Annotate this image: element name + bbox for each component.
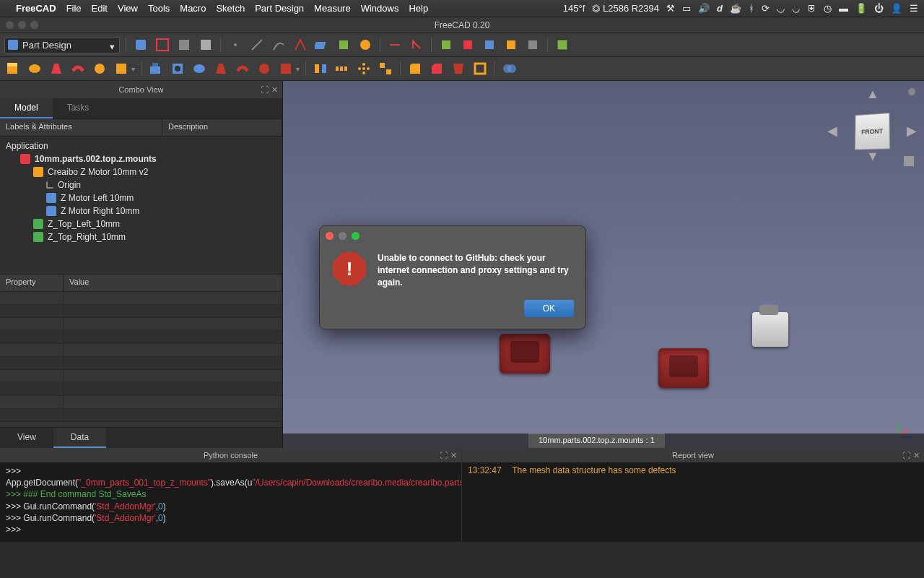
polar-pattern-icon[interactable] bbox=[355, 60, 372, 77]
datum-icon[interactable] bbox=[292, 36, 309, 53]
menu-help[interactable]: Help bbox=[409, 3, 428, 14]
navcube-mini-icon[interactable] bbox=[904, 156, 914, 166]
dropdown-arrow2-icon[interactable]: ▾ bbox=[296, 65, 300, 73]
body-icon[interactable] bbox=[132, 36, 149, 53]
groove-icon[interactable] bbox=[191, 60, 208, 77]
wifi-icon[interactable]: ◡ bbox=[777, 3, 785, 14]
toggle-icon[interactable]: ⏻ bbox=[874, 3, 884, 14]
thickness-icon[interactable] bbox=[471, 60, 489, 77]
tree-item-ztopright[interactable]: Z_Top_Right_10mm bbox=[0, 230, 282, 243]
report-view-body[interactable]: 13:32:47 The mesh data structure has som… bbox=[462, 462, 924, 542]
toggle3d-icon[interactable] bbox=[459, 36, 476, 53]
d-icon[interactable]: d bbox=[717, 3, 723, 14]
expand-icon[interactable]: ⛶ bbox=[902, 451, 910, 460]
fillet-icon[interactable] bbox=[406, 60, 424, 77]
prop-header-property[interactable]: Property bbox=[0, 275, 64, 292]
navcube-down-icon[interactable]: ▼ bbox=[866, 149, 879, 164]
subhelix-icon[interactable] bbox=[256, 60, 273, 77]
menu-macro[interactable]: Macro bbox=[180, 3, 206, 14]
editsketch-icon[interactable] bbox=[175, 36, 193, 53]
chamfer-icon[interactable] bbox=[428, 60, 445, 77]
workbench-selector[interactable]: Part Design ▾ bbox=[4, 37, 120, 53]
tab-view[interactable]: View bbox=[0, 428, 53, 448]
shield-icon[interactable]: ⛨ bbox=[807, 3, 816, 14]
close-panel-icon[interactable]: ✕ bbox=[913, 451, 920, 460]
minimize-icon[interactable] bbox=[18, 21, 26, 29]
prop-row[interactable] bbox=[0, 344, 282, 357]
close-panel-icon[interactable]: ✕ bbox=[271, 85, 278, 95]
prop-row[interactable] bbox=[0, 331, 282, 344]
dialog-titlebar[interactable] bbox=[320, 226, 585, 245]
navcube-dot-icon[interactable] bbox=[908, 88, 915, 95]
pad-icon[interactable] bbox=[4, 60, 22, 77]
linear-pattern-icon[interactable] bbox=[334, 60, 351, 77]
shapebinder-icon[interactable] bbox=[335, 36, 352, 53]
expand-icon[interactable]: ⛶ bbox=[440, 451, 448, 460]
extra-icon[interactable] bbox=[554, 36, 571, 53]
prop-row[interactable] bbox=[0, 357, 282, 370]
tree-document[interactable]: 10mm.parts.002.top.z.mounts bbox=[0, 152, 282, 165]
status-temp[interactable]: 145°f bbox=[563, 3, 585, 14]
model-tree[interactable]: Application 10mm.parts.002.top.z.mounts … bbox=[0, 137, 282, 274]
sync-icon[interactable]: ⟳ bbox=[762, 3, 770, 14]
navigation-cube[interactable]: ▲ ▼ ◀ ▶ FRONT bbox=[829, 88, 915, 175]
prop-header-value[interactable]: Value bbox=[64, 275, 282, 292]
toggleall-icon[interactable] bbox=[502, 36, 520, 53]
prop-row[interactable] bbox=[0, 292, 282, 305]
clone-icon[interactable] bbox=[357, 36, 374, 53]
ok-button[interactable]: OK bbox=[524, 300, 574, 317]
dialog-close-icon[interactable] bbox=[326, 232, 334, 240]
document-tab[interactable]: 10mm.parts.002.top.z.mounts : 1 bbox=[528, 434, 665, 448]
prop-row[interactable] bbox=[0, 370, 282, 383]
battery-icon[interactable]: 🔋 bbox=[855, 3, 867, 14]
display-icon[interactable]: ▭ bbox=[682, 3, 691, 14]
user-icon[interactable]: 👤 bbox=[891, 3, 902, 14]
multi-transform-icon[interactable] bbox=[377, 60, 394, 77]
navcube-face[interactable]: FRONT bbox=[855, 113, 890, 150]
prop-row[interactable] bbox=[0, 305, 282, 318]
dropdown-arrow-icon[interactable]: ▾ bbox=[131, 65, 135, 73]
close-panel-icon[interactable]: ✕ bbox=[450, 451, 457, 460]
mapsketch-icon[interactable] bbox=[197, 36, 214, 53]
prop-row[interactable] bbox=[0, 396, 282, 409]
close-icon[interactable] bbox=[6, 21, 14, 29]
status-code[interactable]: ⏣ L2586 R2394 bbox=[592, 3, 659, 14]
menu-part-design[interactable]: Part Design bbox=[255, 3, 304, 14]
pipe-icon[interactable] bbox=[69, 60, 87, 77]
model-part-1[interactable] bbox=[500, 334, 550, 374]
arc-icon[interactable] bbox=[270, 36, 287, 53]
menu-icon[interactable]: ☰ bbox=[910, 3, 918, 14]
tree-item-origin[interactable]: Origin bbox=[0, 178, 282, 191]
flag-icon[interactable]: ▬ bbox=[839, 3, 848, 14]
pocket-icon[interactable] bbox=[147, 60, 165, 77]
tree-item-zmotorright[interactable]: Z Motor Right 10mm bbox=[0, 204, 282, 217]
menu-view[interactable]: View bbox=[118, 3, 138, 14]
point-icon[interactable] bbox=[227, 36, 244, 53]
draft-icon[interactable] bbox=[450, 60, 467, 77]
sub-box-icon[interactable] bbox=[277, 60, 295, 77]
revolution-icon[interactable] bbox=[26, 60, 43, 77]
model-part-2[interactable] bbox=[658, 348, 709, 388]
menu-sketch[interactable]: Sketch bbox=[216, 3, 245, 14]
traffic-lights[interactable] bbox=[6, 21, 38, 29]
navcube-left-icon[interactable]: ◀ bbox=[827, 123, 837, 139]
tree-root[interactable]: Application bbox=[0, 139, 282, 152]
tree-item-ztopleft[interactable]: Z_Top_Left_10mm bbox=[0, 217, 282, 230]
navcube-right-icon[interactable]: ▶ bbox=[907, 123, 917, 139]
wifi2-icon[interactable]: ◡ bbox=[792, 3, 800, 14]
additive-box-icon[interactable] bbox=[113, 60, 130, 77]
tree-header-desc[interactable]: Description bbox=[162, 119, 282, 136]
menu-windows[interactable]: Windows bbox=[361, 3, 399, 14]
tree-item-body[interactable]: Creaibo Z Motor 10mm v2 bbox=[0, 165, 282, 178]
menu-file[interactable]: File bbox=[66, 3, 82, 14]
menu-edit[interactable]: Edit bbox=[92, 3, 108, 14]
menu-measure[interactable]: Measure bbox=[314, 3, 351, 14]
toggledelta-icon[interactable] bbox=[524, 36, 541, 53]
model-motor[interactable] bbox=[752, 312, 788, 347]
prop-row[interactable] bbox=[0, 383, 282, 396]
tab-model[interactable]: Model bbox=[0, 98, 53, 118]
hole-icon[interactable] bbox=[169, 60, 186, 77]
expand-icon[interactable]: ⛶ bbox=[261, 85, 269, 95]
dialog-maximize-icon[interactable] bbox=[352, 232, 359, 240]
bluetooth-icon[interactable]: ᚼ bbox=[749, 3, 754, 14]
